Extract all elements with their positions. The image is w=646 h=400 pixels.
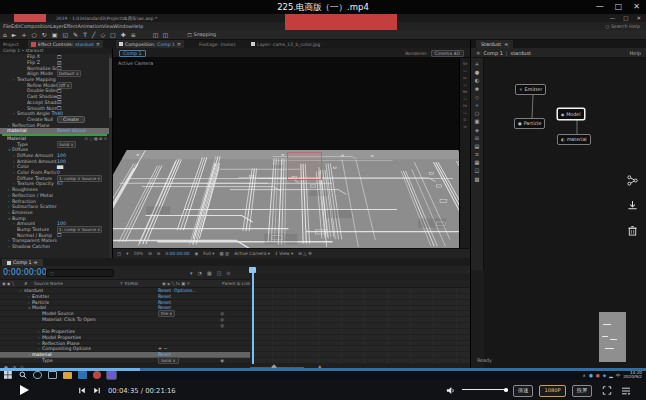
viewport-toolbar-item[interactable]: 0:00:00:00 xyxy=(166,251,190,256)
menu-item[interactable]: View xyxy=(102,24,113,29)
menu-item[interactable]: Help xyxy=(132,24,143,29)
column-header[interactable]: # xyxy=(24,281,34,286)
property-dropdown[interactable]: Default ∨ xyxy=(57,70,81,77)
node-type-icon[interactable]: + xyxy=(475,102,479,108)
tray-icon[interactable]: ▂ xyxy=(609,373,612,378)
window-minimize-button[interactable]: — xyxy=(596,2,604,11)
node-type-icon[interactable]: ○ xyxy=(475,110,480,116)
tool-icon[interactable]: T xyxy=(83,31,87,38)
viewport-toolbar-item[interactable]: ▾ xyxy=(126,251,128,256)
current-timecode[interactable]: 0:00:00:00 xyxy=(3,268,47,277)
column-header[interactable]: T TrkMat xyxy=(120,281,162,286)
effect-property-row[interactable]: › Shadow Catcher xyxy=(0,244,109,250)
viewport-toolbar-item[interactable]: Full ▾ xyxy=(203,251,214,256)
panel-menu-icon[interactable]: ≡ xyxy=(177,42,181,47)
column-header[interactable]: Source Name xyxy=(34,281,120,286)
row-toggle-icon[interactable]: ◎ xyxy=(220,311,224,316)
column-header[interactable]: ◉ ◈ ╲ fx ▣ ☼ xyxy=(162,281,222,286)
task-view-icon[interactable] xyxy=(48,371,57,379)
tool-icon[interactable]: ⌂ xyxy=(3,31,7,38)
seek-bar[interactable] xyxy=(0,368,646,371)
tool-icon[interactable]: + xyxy=(21,31,26,38)
video-frame[interactable]: 2019 - 1:02standard3\Project\电商版\ae.aep … xyxy=(0,14,646,380)
viewport-toolbar-item[interactable]: ▦ ▥ xyxy=(219,251,229,256)
node-type-icon[interactable]: ◐ xyxy=(475,77,480,83)
property-value[interactable]: 67 xyxy=(57,181,63,186)
reset-link[interactable]: Reset xyxy=(158,288,171,293)
volume-icon[interactable] xyxy=(446,386,456,395)
timeline-option-icon[interactable]: ▾ xyxy=(190,270,193,276)
menu-item[interactable]: Layer xyxy=(50,24,63,29)
player-option-button[interactable]: 投屏 xyxy=(572,385,592,397)
column-header[interactable]: Parent & Link xyxy=(222,281,250,286)
playlist-icon[interactable] xyxy=(621,387,631,395)
help-link[interactable]: Help xyxy=(630,50,641,56)
menu-item[interactable]: Effect xyxy=(64,24,78,29)
previous-button[interactable] xyxy=(78,387,86,394)
panel-menu-icon[interactable]: ≡ xyxy=(96,42,100,47)
node-type-icon[interactable]: ▤ xyxy=(475,143,480,149)
cortana-icon[interactable] xyxy=(33,371,42,379)
node-type-icon[interactable]: ◇ xyxy=(475,94,479,100)
tab-project[interactable]: Project xyxy=(0,40,22,48)
node-type-icon[interactable]: ✱ xyxy=(475,86,479,92)
viewport-toolbar-item[interactable]: ⊞ △ ⚙ xyxy=(298,251,312,256)
node-type-icon[interactable]: ✳ xyxy=(475,61,479,67)
node-type-icon[interactable]: ● xyxy=(475,69,480,75)
tab-composition[interactable]: Composition:Comp 1 ≡ xyxy=(116,40,184,48)
row-toggle-icon[interactable]: ◎ xyxy=(220,323,224,328)
composition-viewport[interactable]: Active Camera xyxy=(113,58,470,248)
tool-icon[interactable]: ✎ xyxy=(73,31,78,38)
snapping-toggle[interactable]: ☐ Snapping xyxy=(187,32,216,38)
effect-scrollbar[interactable] xyxy=(109,54,112,258)
emitter-node[interactable]: ✳ Emitter xyxy=(515,84,546,95)
property-checkbox[interactable]: ☐ xyxy=(57,105,61,111)
file-explorer-icon[interactable] xyxy=(63,372,72,379)
row-dropdown[interactable]: Solid ∨ xyxy=(158,357,179,364)
taskbar-search-icon[interactable] xyxy=(18,371,27,379)
material-node[interactable]: ◐ material xyxy=(557,134,591,145)
property-link[interactable]: About xyxy=(72,128,86,133)
window-close-button[interactable]: ✕ xyxy=(633,2,640,11)
node-type-icon[interactable]: ▣ xyxy=(475,118,480,124)
tab-layer[interactable]: Layer: cams_12_b_color.jpg xyxy=(248,40,323,48)
tray-icon[interactable]: ∧ xyxy=(583,373,586,378)
viewport-toolbar-item[interactable]: ⊕ xyxy=(157,251,161,256)
share-nodes-icon[interactable] xyxy=(627,175,638,186)
taskbar-clock[interactable]: 14:20 2020/9/2 xyxy=(623,371,642,380)
fullscreen-icon[interactable] xyxy=(602,386,612,395)
viewport-toolbar-item[interactable]: ◉ xyxy=(195,251,199,256)
tool-icon[interactable]: ▢ xyxy=(110,31,116,38)
model-node[interactable]: ◆ Model xyxy=(557,108,585,120)
node-type-icon[interactable]: ▩ xyxy=(475,176,480,182)
tool-icon[interactable]: ◱ xyxy=(62,31,68,38)
comp-chip[interactable]: Comp 1 xyxy=(119,50,146,57)
row-toggle-icon[interactable]: ◎ xyxy=(220,317,224,322)
column-header[interactable]: ◉ ◆ ╲ xyxy=(0,281,24,286)
window-maximize-button[interactable]: □ xyxy=(615,2,623,11)
player-option-button[interactable]: 1080P xyxy=(539,385,565,397)
tool-icon[interactable]: ▣ xyxy=(52,31,58,38)
property-button[interactable]: Create xyxy=(57,116,85,123)
workspace-icon[interactable]: ◫ xyxy=(162,31,168,38)
reset-link[interactable]: Reset xyxy=(158,294,171,299)
playhead-line[interactable] xyxy=(252,272,254,364)
panel-menu-icon[interactable]: ≡ xyxy=(34,260,38,265)
tool-icon[interactable]: ○ xyxy=(31,31,36,38)
tool-icon[interactable]: ► xyxy=(12,31,17,38)
menu-item[interactable]: Animation xyxy=(77,24,101,29)
trash-icon[interactable] xyxy=(627,225,638,236)
property-dropdown[interactable]: Solid ∨ xyxy=(57,141,76,148)
tool-icon[interactable]: ≡ xyxy=(131,31,136,38)
tray-icon[interactable]: ● xyxy=(596,373,600,378)
timeline-search-input[interactable]: ○ xyxy=(46,269,114,277)
reset-link[interactable]: Reset xyxy=(158,300,171,305)
node-type-icon[interactable]: ▦ xyxy=(475,159,480,165)
viewport-toolbar-item[interactable]: ⊞ xyxy=(148,251,152,256)
viewport-toolbar-item[interactable]: 20% xyxy=(133,251,143,256)
property-value[interactable]: Reset xyxy=(57,128,70,133)
taskbar-app-red-icon[interactable] xyxy=(93,371,101,379)
player-option-button[interactable]: 倍速 xyxy=(513,385,533,397)
timeline-tab[interactable]: Comp 1 ≡ xyxy=(2,259,43,266)
property-value[interactable]: 100 xyxy=(57,159,66,164)
